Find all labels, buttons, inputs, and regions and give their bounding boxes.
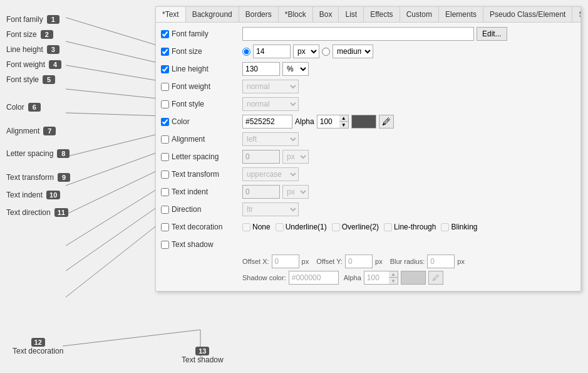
line-height-input[interactable]: [242, 62, 280, 76]
color-checkbox[interactable]: [161, 118, 169, 126]
font-style-label[interactable]: Font style: [161, 100, 242, 108]
font-family-label[interactable]: Font family: [161, 29, 242, 38]
alignment-checkbox[interactable]: [161, 135, 169, 144]
letter-spacing-controls: px em: [242, 150, 575, 164]
text-indent-checkbox[interactable]: [161, 188, 169, 196]
text-transform-label[interactable]: Text transform: [161, 170, 242, 179]
font-size-radio-medium[interactable]: [322, 48, 330, 56]
font-size-checkbox[interactable]: [161, 48, 169, 56]
direction-row: Direction ltr rtl: [161, 202, 575, 217]
color-controls: Alpha ▲ ▼ 🖉: [242, 115, 575, 129]
annotation-3: Line height 3: [6, 45, 150, 54]
annotation-7: Alignment 7: [6, 127, 150, 135]
shadow-alpha-up[interactable]: ▲: [389, 271, 398, 278]
text-transform-controls: uppercase lowercase capitalize none: [242, 167, 575, 181]
svg-line-10: [66, 221, 163, 297]
annotation-1: Font family 1: [6, 15, 150, 24]
tab-pseudo[interactable]: Pseudo Class/Element: [483, 7, 572, 22]
font-weight-select[interactable]: normal bold lighter: [242, 80, 299, 93]
line-height-checkbox[interactable]: [161, 65, 169, 73]
font-family-checkbox[interactable]: [161, 30, 169, 38]
shadow-alpha-input[interactable]: [364, 271, 389, 285]
color-swatch[interactable]: [351, 115, 376, 129]
deco-linethrough[interactable]: Line-through: [384, 223, 436, 231]
text-decoration-checkbox[interactable]: [161, 223, 169, 231]
alpha-wrapper: ▲ ▼: [317, 115, 349, 129]
eyedropper-button[interactable]: 🖉: [379, 115, 394, 129]
font-weight-controls: normal bold lighter: [242, 80, 575, 93]
shadow-color-swatch[interactable]: [401, 271, 426, 285]
direction-select[interactable]: ltr rtl: [242, 202, 299, 216]
font-family-input[interactable]: Arial, Helvetica Neue, Helvetica, sans-s…: [242, 27, 474, 41]
line-height-controls: % px em: [242, 62, 575, 76]
font-family-row: Font family Arial, Helvetica Neue, Helve…: [161, 26, 575, 41]
deco-blinking[interactable]: Blinking: [441, 223, 477, 231]
font-style-checkbox[interactable]: [161, 100, 169, 108]
deco-none[interactable]: None: [242, 223, 271, 231]
tab-block[interactable]: *Block: [279, 7, 313, 22]
letter-spacing-unit-select[interactable]: px em: [282, 150, 309, 164]
letter-spacing-label[interactable]: Letter spacing: [161, 152, 242, 161]
shadow-offset-y-input[interactable]: [345, 255, 373, 268]
font-style-row: Font style normal italic oblique: [161, 97, 575, 112]
text-indent-input[interactable]: [242, 185, 280, 199]
font-size-unit-select[interactable]: px em % pt: [293, 45, 319, 58]
text-shadow-checkbox[interactable]: [161, 241, 169, 249]
shadow-eyedropper-button[interactable]: 🖉: [428, 271, 443, 285]
alpha-input[interactable]: [317, 115, 339, 129]
text-indent-unit-select[interactable]: px em: [282, 185, 309, 199]
color-hex-input[interactable]: [242, 115, 292, 129]
alpha-up-button[interactable]: ▲: [339, 115, 348, 122]
css-panel: *Text Background Borders *Block Box List…: [155, 6, 581, 292]
annotation-panel: Font family 1 Font size 2 Line height 3 …: [0, 6, 150, 221]
tab-selectors[interactable]: Selectors: [572, 7, 580, 22]
tab-list[interactable]: List: [339, 7, 364, 22]
tab-box[interactable]: Box: [313, 7, 339, 22]
font-family-edit-button[interactable]: Edit...: [477, 27, 507, 41]
tab-custom[interactable]: Custom: [400, 7, 439, 22]
font-style-select[interactable]: normal italic oblique: [242, 97, 299, 111]
text-shadow-label[interactable]: Text shadow: [161, 240, 242, 249]
tab-text[interactable]: *Text: [156, 7, 186, 23]
deco-underline[interactable]: Underline(1): [276, 223, 327, 231]
alpha-down-button[interactable]: ▼: [339, 122, 348, 128]
line-height-label[interactable]: Line height: [161, 65, 242, 73]
text-indent-row: Text indent px em: [161, 184, 575, 199]
deco-overline[interactable]: Overline(2): [332, 223, 379, 231]
direction-label[interactable]: Direction: [161, 205, 242, 214]
font-size-row: Font size px em % pt medium small large: [161, 44, 575, 59]
text-transform-row: Text transform uppercase lowercase capit…: [161, 167, 575, 182]
shadow-alpha-down[interactable]: ▼: [389, 278, 398, 284]
font-size-input[interactable]: [253, 45, 291, 58]
color-label[interactable]: Color: [161, 117, 242, 126]
font-style-controls: normal italic oblique: [242, 97, 575, 111]
font-size-medium-select[interactable]: medium small large: [333, 45, 373, 58]
alignment-controls: left center right justify: [242, 132, 575, 146]
annotation-12-area: 12 Text decoration: [13, 338, 63, 355]
text-indent-label[interactable]: Text indent: [161, 187, 242, 196]
line-height-row: Line height % px em: [161, 61, 575, 76]
letter-spacing-checkbox[interactable]: [161, 153, 169, 161]
text-decoration-label[interactable]: Text decoration: [161, 223, 242, 231]
shadow-offset-x-input[interactable]: [272, 255, 299, 268]
tab-background[interactable]: Background: [186, 7, 239, 22]
font-size-label[interactable]: Font size: [161, 47, 242, 56]
direction-checkbox[interactable]: [161, 206, 169, 214]
text-transform-select[interactable]: uppercase lowercase capitalize none: [242, 167, 299, 181]
tab-borders[interactable]: Borders: [239, 7, 279, 22]
alpha-label: Alpha: [295, 117, 314, 126]
tab-effects[interactable]: Effects: [364, 7, 400, 22]
text-transform-checkbox[interactable]: [161, 171, 169, 179]
tab-elements[interactable]: Elements: [439, 7, 483, 22]
shadow-alpha-wrapper: ▲ ▼: [364, 271, 398, 285]
font-weight-label[interactable]: Font weight: [161, 82, 242, 91]
letter-spacing-input[interactable]: [242, 150, 280, 164]
annotation-2: Font size 2: [6, 30, 150, 39]
alignment-select[interactable]: left center right justify: [242, 132, 299, 146]
font-size-radio-value[interactable]: [242, 48, 250, 56]
alignment-label[interactable]: Alignment: [161, 135, 242, 144]
shadow-color-input[interactable]: [289, 271, 339, 285]
shadow-blur-input[interactable]: [427, 255, 455, 268]
line-height-unit-select[interactable]: % px em: [282, 62, 309, 76]
font-weight-checkbox[interactable]: [161, 83, 169, 91]
